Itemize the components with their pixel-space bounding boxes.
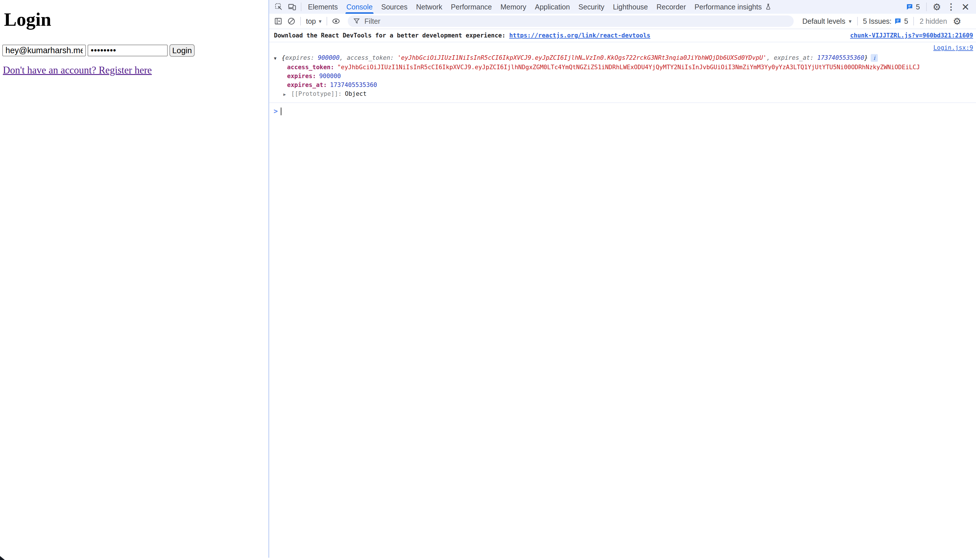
issues-bubble-icon	[906, 3, 914, 11]
console-message-react-devtools: Download the React DevTools for a better…	[269, 29, 976, 42]
object-property-access-token: access_token:"eyJhbGciOiJIUzI1NiIsInR5cC…	[274, 63, 973, 72]
console-sidebar-toggle-button[interactable]	[272, 15, 285, 27]
tabbar-right-controls: 5 ⚙ ⋮ ×	[903, 0, 972, 13]
toolbar-separator	[327, 17, 327, 25]
console-output: Download the React DevTools for a better…	[269, 29, 976, 115]
devtools-menu-button[interactable]: ⋮	[944, 0, 958, 13]
toolbar-issues-counter[interactable]: 5 Issues: 5	[860, 17, 911, 25]
levels-label: Default levels	[802, 17, 845, 25]
login-button[interactable]: Login	[169, 44, 195, 57]
log-levels-selector[interactable]: Default levels ▾	[799, 17, 855, 25]
tab-lighthouse[interactable]: Lighthouse	[608, 0, 652, 14]
toolbar-separator	[300, 17, 301, 25]
ban-circle-icon	[287, 17, 296, 25]
console-toolbar: top ▾ Default levels ▾ 5 Issues:	[269, 14, 976, 29]
prompt-chevron-icon: >	[274, 107, 277, 115]
tabbar-separator	[301, 3, 301, 11]
toolbar-separator	[857, 17, 858, 25]
eye-icon	[332, 17, 340, 25]
object-preview-line: ▼{expires: 900000, access_token: 'eyJhbG…	[274, 53, 973, 63]
window-corner-artifact	[0, 556, 5, 560]
login-form: Login	[2, 44, 195, 57]
context-label: top	[306, 17, 316, 25]
close-devtools-button[interactable]: ×	[959, 0, 972, 13]
message-text: Download the React DevTools for a better…	[274, 32, 505, 39]
hidden-messages-label: 2 hidden	[916, 17, 951, 25]
gear-icon: ⚙	[953, 17, 961, 26]
issues-text: 5 Issues:	[863, 17, 892, 25]
console-filter-box[interactable]	[348, 15, 794, 27]
tab-console[interactable]: Console	[342, 0, 377, 14]
tab-performance-insights[interactable]: Performance insights	[690, 0, 777, 14]
tab-elements[interactable]: Elements	[304, 0, 342, 14]
object-property-expires: expires:900000	[274, 72, 973, 81]
console-message-object-log: Login.jsx:9 ▼{expires: 900000, access_to…	[269, 42, 976, 103]
inspect-cursor-icon	[274, 3, 283, 11]
caret-right-collapsed-icon[interactable]: ▶	[283, 90, 291, 99]
devtools-panel: Elements Console Sources Network Perform…	[269, 0, 976, 560]
register-link[interactable]: Don't have an account? Register here	[3, 65, 152, 76]
tabbar-separator	[926, 3, 927, 11]
gear-icon: ⚙	[933, 2, 941, 12]
issues-bubble-icon	[894, 17, 902, 25]
toolbar-separator	[913, 17, 914, 25]
source-link-chunk[interactable]: chunk-VIJJTZRL.js?v=960bd321:21609	[850, 32, 973, 39]
tab-recorder[interactable]: Recorder	[652, 0, 690, 14]
tab-security[interactable]: Security	[574, 0, 608, 14]
console-prompt[interactable]: >	[269, 107, 976, 115]
live-expression-button[interactable]	[329, 15, 343, 27]
close-icon: ×	[962, 0, 969, 13]
device-toolbar-icon	[287, 3, 296, 11]
password-field[interactable]	[88, 45, 168, 56]
email-field[interactable]	[2, 45, 86, 56]
filter-input[interactable]	[364, 17, 789, 26]
flask-icon	[764, 3, 772, 11]
caret-down-expanded-icon[interactable]: ▼	[274, 54, 282, 63]
clear-console-button[interactable]	[285, 15, 298, 27]
funnel-filter-icon	[353, 17, 360, 25]
tab-sources[interactable]: Sources	[377, 0, 412, 14]
object-property-prototype: ▶[[Prototype]]:Object	[274, 90, 973, 99]
info-badge-icon[interactable]: i	[871, 54, 878, 62]
settings-button[interactable]: ⚙	[930, 0, 943, 13]
console-settings-button[interactable]: ⚙	[951, 15, 964, 27]
sidebar-panel-icon	[274, 17, 282, 25]
chevron-down-icon: ▾	[319, 18, 322, 25]
login-page: Login Login Don't have an account? Regis…	[0, 0, 268, 560]
toggle-device-toolbar-button[interactable]	[285, 0, 299, 13]
page-title: Login	[4, 8, 51, 30]
tab-application[interactable]: Application	[531, 0, 574, 14]
source-link-login-jsx[interactable]: Login.jsx:9	[933, 44, 973, 51]
react-devtools-link[interactable]: https://reactjs.org/link/react-devtools	[509, 32, 650, 39]
inspect-element-button[interactable]	[272, 0, 285, 13]
kebab-menu-icon: ⋮	[947, 3, 955, 11]
toolbar-issues-count: 5	[904, 17, 908, 25]
tab-performance[interactable]: Performance	[446, 0, 496, 14]
devtools-tabbar: Elements Console Sources Network Perform…	[269, 0, 976, 14]
issues-count-label: 5	[916, 3, 920, 11]
text-cursor	[281, 108, 281, 115]
object-property-expires-at: expires_at:1737405535360	[274, 81, 973, 90]
tab-network[interactable]: Network	[412, 0, 447, 14]
execution-context-selector[interactable]: top ▾	[303, 17, 324, 25]
tab-memory[interactable]: Memory	[496, 0, 530, 14]
issues-counter[interactable]: 5	[903, 3, 923, 11]
chevron-down-icon: ▾	[849, 18, 851, 25]
